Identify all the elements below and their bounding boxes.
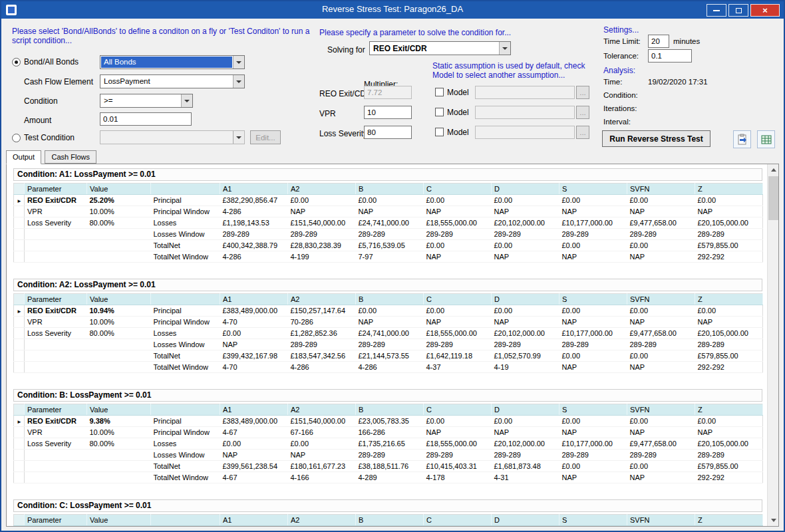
- row-label-cell[interactable]: Principal: [151, 195, 220, 206]
- value-cell[interactable]: £28,830,238.39: [288, 240, 356, 251]
- column-header[interactable]: A1: [220, 294, 288, 305]
- column-header[interactable]: C: [424, 184, 492, 195]
- value-cell[interactable]: £1,198,143.53: [220, 217, 288, 229]
- parameter-value-cell[interactable]: [87, 472, 151, 483]
- solving-for-combobox[interactable]: REO Exit/CDR: [369, 41, 511, 55]
- value-cell[interactable]: £0.00: [559, 305, 627, 317]
- value-cell[interactable]: 4-286: [220, 206, 288, 217]
- row-selector[interactable]: [14, 251, 25, 263]
- value-cell[interactable]: NAP: [492, 206, 559, 217]
- row-label-cell[interactable]: Losses: [151, 217, 220, 229]
- row-selector[interactable]: [14, 240, 25, 251]
- value-cell[interactable]: NAP: [220, 339, 288, 350]
- parameter-value-cell[interactable]: 9.38%: [87, 416, 151, 427]
- value-cell[interactable]: 166-286: [356, 427, 424, 438]
- value-cell[interactable]: £579,855.00: [695, 461, 763, 472]
- chevron-down-icon[interactable]: [233, 56, 244, 68]
- table-row[interactable]: Losses WindowNAP289-289289-289289-289289…: [14, 339, 763, 350]
- bond-all-bonds-radio[interactable]: [12, 58, 21, 66]
- vpr-model-checkbox[interactable]: [435, 108, 444, 116]
- value-cell[interactable]: NAP: [627, 362, 695, 373]
- value-cell[interactable]: 289-289: [559, 339, 627, 350]
- parameter-value-cell[interactable]: 80.00%: [87, 438, 151, 450]
- row-label-cell[interactable]: Losses: [151, 328, 220, 339]
- value-cell[interactable]: £0.00: [627, 305, 695, 317]
- column-header[interactable]: C: [424, 294, 492, 305]
- row-label-cell[interactable]: TotalNet: [151, 461, 220, 472]
- value-cell[interactable]: £18,555,000.00: [424, 438, 492, 450]
- value-cell[interactable]: NAP: [288, 206, 356, 217]
- column-header[interactable]: SVFN: [627, 184, 695, 195]
- table-row[interactable]: ►REO Exit/CDR10.94%Principal£383,489,000…: [14, 305, 763, 317]
- column-header[interactable]: D: [492, 294, 559, 305]
- row-selector[interactable]: [14, 206, 25, 217]
- row-label-cell[interactable]: Losses Window: [151, 450, 220, 461]
- scroll-up-arrow-icon[interactable]: [768, 164, 779, 176]
- column-header[interactable]: D: [492, 404, 559, 416]
- parameter-name-cell[interactable]: [25, 472, 87, 483]
- value-cell[interactable]: 289-289: [627, 339, 695, 350]
- value-cell[interactable]: 4-286: [220, 251, 288, 263]
- value-cell[interactable]: NAP: [424, 251, 492, 263]
- time-limit-input[interactable]: [648, 35, 669, 48]
- value-cell[interactable]: £10,177,000.00: [559, 328, 627, 339]
- value-cell[interactable]: £0.00: [492, 305, 559, 317]
- table-row[interactable]: TotalNet Window4-2864-1997-97NAPNAPNAPNA…: [14, 251, 763, 263]
- value-cell[interactable]: £0.00: [559, 350, 627, 362]
- value-cell[interactable]: £0.00: [627, 350, 695, 362]
- value-cell[interactable]: £0.00: [424, 195, 492, 206]
- column-header[interactable]: Z: [695, 515, 763, 526]
- value-cell[interactable]: £18,555,000.00: [424, 217, 492, 229]
- table-row[interactable]: TotalNet£399,561,238.54£180,161,677.23£3…: [14, 461, 763, 472]
- row-label-cell[interactable]: Principal Window: [151, 206, 220, 217]
- value-cell[interactable]: £0.00: [492, 240, 559, 251]
- column-header[interactable]: [151, 184, 220, 195]
- table-row[interactable]: ►REO Exit/CDR25.20%Principal£382,290,856…: [14, 195, 763, 206]
- value-cell[interactable]: £0.00: [288, 195, 356, 206]
- table-row[interactable]: Loss Severity80.00%Losses£0.00£1,282,852…: [14, 328, 763, 339]
- column-header[interactable]: C: [424, 404, 492, 416]
- value-cell[interactable]: 4-166: [288, 472, 356, 483]
- value-cell[interactable]: £1,681,873.48: [492, 461, 559, 472]
- value-cell[interactable]: £9,477,658.00: [627, 217, 695, 229]
- vertical-scrollbar[interactable]: [767, 164, 778, 526]
- column-header[interactable]: B: [356, 515, 424, 526]
- value-cell[interactable]: NAP: [695, 427, 763, 438]
- column-header[interactable]: Value: [87, 184, 151, 195]
- value-cell[interactable]: NAP: [492, 317, 559, 328]
- parameter-name-cell[interactable]: [25, 450, 87, 461]
- parameter-value-cell[interactable]: 25.20%: [87, 195, 151, 206]
- row-label-cell[interactable]: Principal Window: [151, 317, 220, 328]
- row-label-cell[interactable]: TotalNet: [151, 350, 220, 362]
- parameter-value-cell[interactable]: [87, 251, 151, 263]
- value-cell[interactable]: £20,102,000.00: [492, 438, 559, 450]
- value-cell[interactable]: 289-289: [695, 339, 763, 350]
- export-results-button[interactable]: [757, 130, 775, 148]
- parameter-value-cell[interactable]: 10.00%: [87, 317, 151, 328]
- row-label-cell[interactable]: Principal Window: [151, 427, 220, 438]
- value-cell[interactable]: NAP: [220, 450, 288, 461]
- maximize-button[interactable]: [728, 4, 748, 17]
- parameter-value-cell[interactable]: 10.94%: [87, 305, 151, 317]
- value-cell[interactable]: 289-289: [492, 339, 559, 350]
- row-label-cell[interactable]: TotalNet: [151, 240, 220, 251]
- value-cell[interactable]: NAP: [627, 251, 695, 263]
- value-cell[interactable]: £0.00: [492, 416, 559, 427]
- row-selector[interactable]: [14, 317, 25, 328]
- value-cell[interactable]: 7-97: [356, 251, 424, 263]
- table-row[interactable]: Loss Severity80.00%Losses£1,198,143.53£1…: [14, 217, 763, 229]
- row-selector[interactable]: ►: [14, 305, 25, 317]
- column-header[interactable]: A1: [220, 404, 288, 416]
- column-header[interactable]: SVFN: [627, 515, 695, 526]
- value-cell[interactable]: £23,005,783.35: [356, 416, 424, 427]
- row-selector[interactable]: ►: [14, 195, 25, 206]
- column-header[interactable]: Value: [87, 515, 151, 526]
- value-cell[interactable]: £10,415,403.31: [424, 461, 492, 472]
- value-cell[interactable]: 289-289: [695, 229, 763, 240]
- value-cell[interactable]: NAP: [356, 317, 424, 328]
- parameter-value-cell[interactable]: 10.00%: [87, 427, 151, 438]
- parameter-name-cell[interactable]: Loss Severity: [25, 438, 87, 450]
- value-cell[interactable]: £383,489,000.00: [220, 416, 288, 427]
- table-row[interactable]: TotalNet Window4-704-2864-2864-374-19NAP…: [14, 362, 763, 373]
- table-row[interactable]: TotalNet£400,342,388.79£28,830,238.39£5,…: [14, 240, 763, 251]
